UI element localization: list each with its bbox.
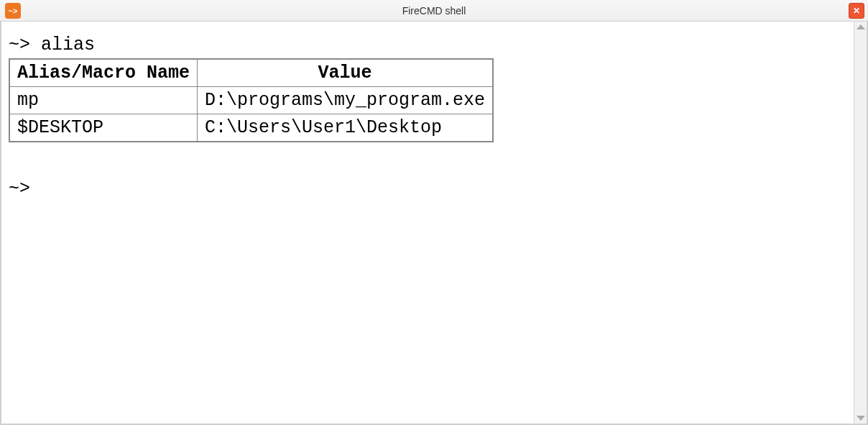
prompt-symbol: ~> bbox=[9, 178, 30, 199]
table-header-row: Alias/Macro Name Value bbox=[9, 59, 493, 87]
command-text: alias bbox=[41, 35, 95, 55]
scroll-up-icon[interactable] bbox=[857, 24, 865, 29]
close-button[interactable]: ✕ bbox=[849, 3, 864, 19]
command-line: ~> alias bbox=[9, 35, 846, 55]
alias-name-cell: mp bbox=[9, 87, 198, 114]
window-title: FireCMD shell bbox=[402, 5, 466, 17]
alias-name-cell: $DESKTOP bbox=[9, 114, 198, 142]
table-row: $DESKTOP C:\Users\User1\Desktop bbox=[9, 114, 493, 142]
col-header-value: Value bbox=[198, 59, 494, 87]
content-area: ~> alias Alias/Macro Name Value mp D:\pr… bbox=[0, 22, 868, 425]
app-icon: ~> bbox=[5, 3, 21, 19]
table-row: mp D:\programs\my_program.exe bbox=[9, 87, 493, 114]
col-header-alias: Alias/Macro Name bbox=[9, 59, 198, 87]
scrollbar[interactable] bbox=[854, 22, 867, 424]
scroll-down-icon[interactable] bbox=[857, 416, 865, 421]
alias-value-cell: C:\Users\User1\Desktop bbox=[198, 114, 494, 142]
alias-value-cell: D:\programs\my_program.exe bbox=[198, 87, 494, 114]
prompt-line-ready[interactable]: ~> bbox=[9, 178, 846, 199]
alias-table: Alias/Macro Name Value mp D:\programs\my… bbox=[9, 58, 494, 142]
prompt-symbol: ~> bbox=[9, 35, 30, 55]
titlebar: ~> FireCMD shell ✕ bbox=[0, 0, 868, 22]
terminal[interactable]: ~> alias Alias/Macro Name Value mp D:\pr… bbox=[1, 22, 854, 424]
